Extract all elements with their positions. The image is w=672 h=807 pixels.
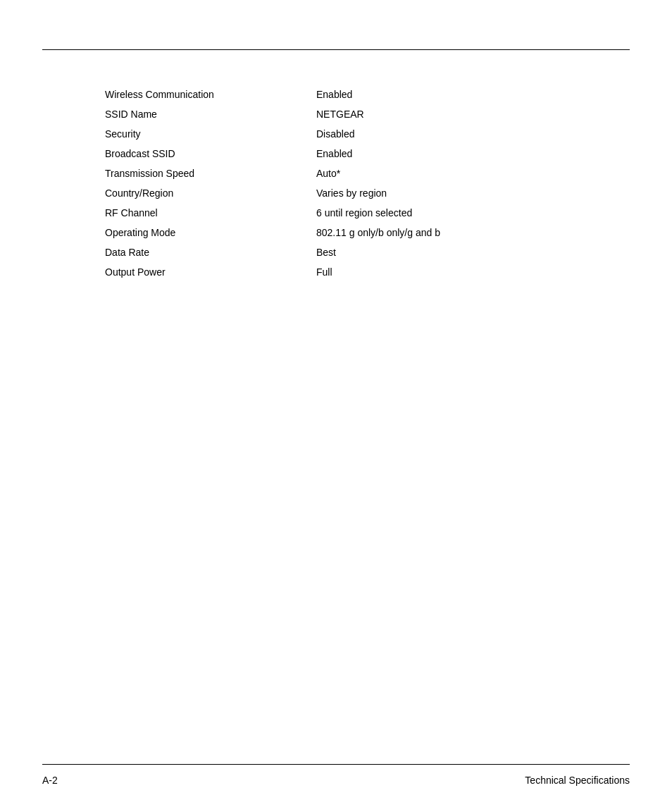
table-row: SSID NameNETGEAR [105, 104, 630, 124]
spec-label: Data Rate [105, 242, 309, 262]
table-row: Country/RegionVaries by region [105, 183, 630, 203]
table-row: RF Channel6 until region selected [105, 203, 630, 223]
top-border [42, 49, 630, 50]
bottom-border [42, 764, 630, 765]
spec-value: Varies by region [309, 183, 630, 203]
spec-label: Security [105, 124, 309, 144]
spec-value: Full [309, 262, 630, 282]
spec-label: SSID Name [105, 104, 309, 124]
specs-content: Wireless CommunicationEnabledSSID NameNE… [105, 85, 630, 282]
spec-label: Output Power [105, 262, 309, 282]
spec-label: Operating Mode [105, 223, 309, 242]
table-row: Transmission SpeedAuto* [105, 164, 630, 183]
spec-value: Enabled [309, 85, 630, 104]
spec-value: Disabled [309, 124, 630, 144]
spec-value: 6 until region selected [309, 203, 630, 223]
footer-title: Technical Specifications [525, 775, 630, 786]
spec-label: Transmission Speed [105, 164, 309, 183]
table-row: Wireless CommunicationEnabled [105, 85, 630, 104]
spec-label: RF Channel [105, 203, 309, 223]
table-row: Data RateBest [105, 242, 630, 262]
spec-label: Broadcast SSID [105, 144, 309, 164]
spec-value: Best [309, 242, 630, 262]
specs-table: Wireless CommunicationEnabledSSID NameNE… [105, 85, 630, 282]
footer-page-number: A-2 [42, 775, 58, 786]
footer: A-2 Technical Specifications [42, 775, 630, 786]
table-row: Operating Mode802.11 g only/b only/g and… [105, 223, 630, 242]
spec-value: Enabled [309, 144, 630, 164]
table-row: SecurityDisabled [105, 124, 630, 144]
spec-value: NETGEAR [309, 104, 630, 124]
table-row: Output PowerFull [105, 262, 630, 282]
spec-label: Country/Region [105, 183, 309, 203]
spec-value: 802.11 g only/b only/g and b [309, 223, 630, 242]
table-row: Broadcast SSIDEnabled [105, 144, 630, 164]
spec-label: Wireless Communication [105, 85, 309, 104]
spec-value: Auto* [309, 164, 630, 183]
